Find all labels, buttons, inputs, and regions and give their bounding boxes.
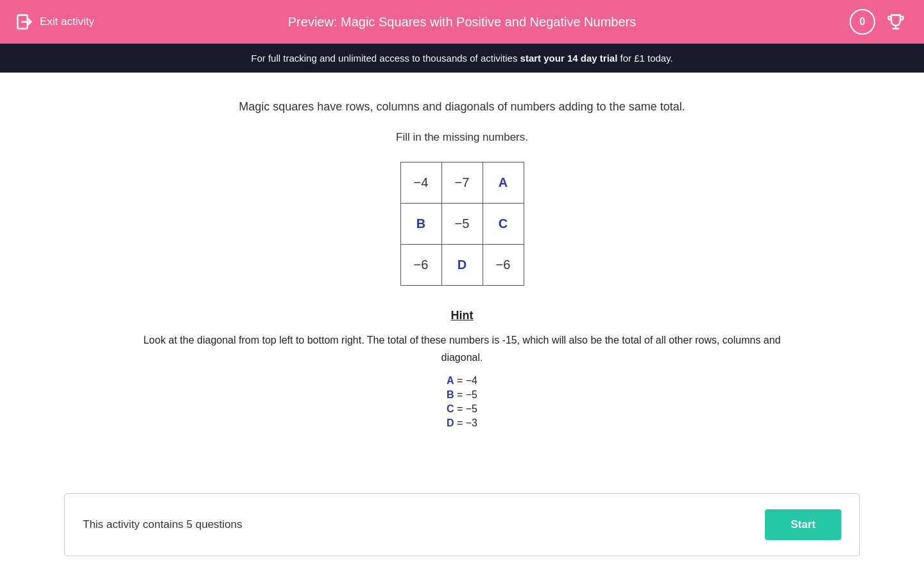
hint-title: Hint: [141, 309, 783, 322]
hint-text: Look at the diagonal from top left to bo…: [141, 331, 783, 366]
answer-label-d: D: [447, 417, 454, 428]
cell-r1c1: −5: [441, 204, 483, 245]
hint-answer-a: A = −4: [447, 375, 477, 387]
page-title: Preview: Magic Squares with Positive and…: [288, 15, 636, 30]
cell-r0c2: A: [483, 162, 524, 204]
table-row: −4 −7 A: [400, 162, 524, 204]
table-row: B −5 C: [400, 204, 524, 245]
banner-text-bold: start your 14 day trial: [520, 53, 618, 64]
cell-r0c0: −4: [400, 162, 441, 204]
main-content: Magic squares have rows, columns and dia…: [77, 73, 847, 474]
hint-answers: A = −4 B = −5 C = −5 D = −3: [141, 375, 783, 429]
footer-text: This activity contains 5 questions: [83, 518, 243, 531]
footer-bar: This activity contains 5 questions Start: [64, 493, 860, 556]
cell-r2c1: D: [441, 245, 483, 286]
answer-value-c: = −5: [457, 403, 477, 414]
magic-table: −4 −7 A B −5 C −6 D −6: [400, 162, 524, 286]
exit-label: Exit activity: [40, 15, 94, 28]
table-container: −4 −7 A B −5 C −6 D −6: [141, 162, 783, 286]
hint-answer-d: D = −3: [447, 417, 477, 429]
answer-value-a: = −4: [457, 375, 477, 386]
exit-icon: [15, 13, 33, 31]
cell-r2c0: −6: [400, 245, 441, 286]
cell-r1c0: B: [400, 204, 441, 245]
table-row: −6 D −6: [400, 245, 524, 286]
trophy-icon: [883, 9, 909, 35]
exit-activity-button[interactable]: Exit activity: [15, 13, 94, 31]
cell-r2c2: −6: [483, 245, 524, 286]
header-right: 0: [850, 9, 909, 35]
banner-text-after: for £1 today.: [617, 53, 672, 64]
start-button[interactable]: Start: [765, 509, 841, 540]
cell-r1c2: C: [483, 204, 524, 245]
header: Exit activity Preview: Magic Squares wit…: [0, 0, 924, 44]
answer-value-d: = −3: [457, 417, 477, 428]
score-badge: 0: [850, 9, 875, 35]
hint-section: Hint Look at the diagonal from top left …: [141, 309, 783, 429]
cell-r0c1: −7: [441, 162, 483, 204]
hint-answer-c: C = −5: [447, 403, 477, 415]
trial-banner: For full tracking and unlimited access t…: [0, 44, 924, 73]
banner-text-before: For full tracking and unlimited access t…: [251, 53, 520, 64]
answer-label-b: B: [447, 389, 454, 400]
answer-label-a: A: [447, 375, 454, 386]
fill-instruction: Fill in the missing numbers.: [141, 131, 783, 144]
answer-label-c: C: [447, 403, 454, 414]
description-text: Magic squares have rows, columns and dia…: [141, 98, 783, 116]
answer-value-b: = −5: [457, 389, 477, 400]
hint-answer-b: B = −5: [447, 389, 477, 401]
